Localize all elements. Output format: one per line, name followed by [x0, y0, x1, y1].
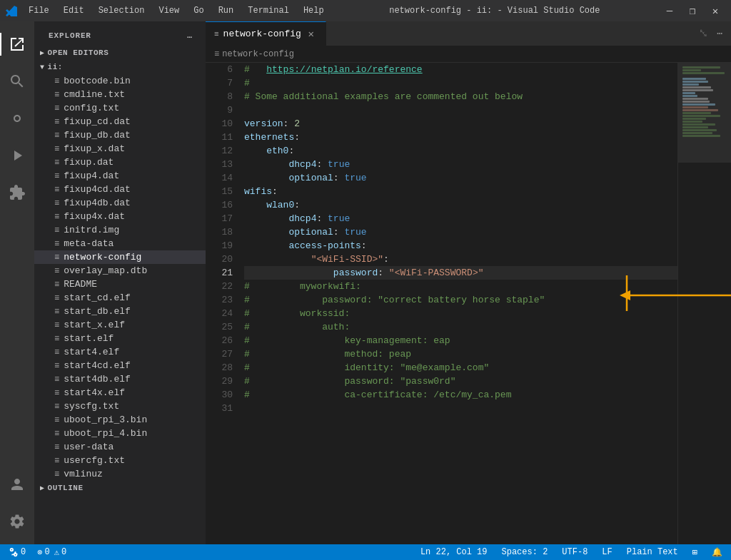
- line-num-9: 9: [211, 103, 233, 117]
- file-readme[interactable]: ≡README: [34, 278, 206, 291]
- file-fixup4x[interactable]: ≡fixup4x.dat: [34, 210, 206, 223]
- file-icon: ≡: [54, 171, 59, 181]
- code-line-19: access-points:: [244, 239, 677, 253]
- explorer-activity-icon[interactable]: [0, 27, 34, 61]
- search-activity-icon[interactable]: [0, 64, 34, 98]
- close-button[interactable]: ✕: [705, 4, 725, 18]
- file-start[interactable]: ≡start.elf: [34, 332, 206, 345]
- file-start4[interactable]: ≡start4.elf: [34, 345, 206, 359]
- file-icon: ≡: [54, 429, 59, 439]
- file-uboot4[interactable]: ≡uboot_rpi_4.bin: [34, 427, 206, 440]
- file-meta-data[interactable]: ≡meta-data: [34, 237, 206, 250]
- indentation[interactable]: Spaces: 2: [499, 544, 551, 560]
- file-fixup-x[interactable]: ≡fixup_x.dat: [34, 142, 206, 156]
- code-line-31: [244, 402, 677, 415]
- menu-file[interactable]: File: [23, 4, 55, 17]
- file-fixup-db[interactable]: ≡fixup_db.dat: [34, 128, 206, 142]
- encoding[interactable]: UTF-8: [559, 544, 590, 560]
- file-start-db[interactable]: ≡start_db.elf: [34, 305, 206, 318]
- code-line-16: wlan0:: [244, 198, 677, 212]
- file-icon: ≡: [54, 280, 59, 290]
- file-usercfg[interactable]: ≡usercfg.txt: [34, 454, 206, 467]
- source-control-activity-icon[interactable]: [0, 101, 34, 136]
- line-ending[interactable]: LF: [599, 544, 615, 560]
- menu-selection[interactable]: Selection: [93, 4, 151, 17]
- cursor-position[interactable]: Ln 22, Col 19: [418, 544, 490, 560]
- sidebar-content[interactable]: ▶ OPEN EDITORS ▼ ii: ≡bootcode.bin ≡cmdl…: [34, 46, 206, 544]
- code-editor[interactable]: 6 7 8 9 10 11 12 13 14 15 16 17 18 19 20…: [206, 63, 731, 544]
- settings-activity-icon[interactable]: [0, 504, 34, 539]
- line-num-15: 15: [211, 185, 233, 198]
- file-fixup4cd[interactable]: ≡fixup4cd.dat: [34, 183, 206, 196]
- file-start-x[interactable]: ≡start_x.elf: [34, 318, 206, 332]
- file-vmlinuz[interactable]: ≡vmlinuz: [34, 467, 206, 481]
- run-debug-activity-icon[interactable]: [0, 138, 34, 173]
- file-config[interactable]: ≡config.txt: [34, 101, 206, 115]
- file-start4db[interactable]: ≡start4db.elf: [34, 372, 206, 386]
- restore-button[interactable]: ❒: [682, 4, 702, 18]
- file-start4x[interactable]: ≡start4x.elf: [34, 386, 206, 399]
- open-editors-section[interactable]: ▶ OPEN EDITORS: [34, 46, 206, 60]
- file-tree-section[interactable]: ▼ ii:: [34, 60, 206, 74]
- file-overlay-map[interactable]: ≡overlay_map.dtb: [34, 264, 206, 278]
- line-num-20: 20: [211, 253, 233, 266]
- file-bootcode[interactable]: ≡bootcode.bin: [34, 74, 206, 88]
- file-icon: ≡: [54, 307, 59, 317]
- code-content[interactable]: # https://netplan.io/reference # # Some …: [241, 63, 677, 544]
- split-editor-button[interactable]: ␖: [697, 26, 710, 42]
- code-line-30: # ca-certificate: /etc/my_ca.pem: [244, 388, 677, 402]
- file-fixup4[interactable]: ≡fixup4.dat: [34, 169, 206, 183]
- source-control-status[interactable]: 0: [6, 544, 29, 560]
- warning-count-label: 0: [61, 547, 66, 557]
- menu-run[interactable]: Run: [213, 4, 240, 17]
- file-user-data[interactable]: ≡user-data: [34, 440, 206, 454]
- file-icon: ≡: [54, 320, 59, 330]
- code-line-13: dhcp4: true: [244, 158, 677, 171]
- tab-network-config[interactable]: ≡ network-config ✕: [206, 21, 326, 46]
- file-start-cd[interactable]: ≡start_cd.elf: [34, 291, 206, 305]
- error-count[interactable]: ⊗ 0 ⚠ 0: [34, 544, 69, 560]
- notifications-button[interactable]: 🔔: [709, 544, 725, 560]
- code-line-17: dhcp4: true: [244, 212, 677, 225]
- file-network-config[interactable]: ≡network-config: [34, 250, 206, 264]
- title-bar: File Edit Selection View Go Run Terminal…: [0, 0, 731, 21]
- minimize-button[interactable]: —: [660, 4, 680, 18]
- code-line-28: # identity: "me@example.com": [244, 361, 677, 375]
- outline-section[interactable]: ▶ OUTLINE: [34, 481, 206, 495]
- more-actions-button[interactable]: ⋯: [714, 25, 725, 42]
- minimap[interactable]: [677, 63, 731, 544]
- file-uboot3[interactable]: ≡uboot_rpi_3.bin: [34, 413, 206, 427]
- layout-button[interactable]: ⊞: [690, 544, 700, 560]
- line-num-18: 18: [211, 225, 233, 239]
- outline-label: OUTLINE: [48, 484, 84, 492]
- file-cmdline[interactable]: ≡cmdline.txt: [34, 88, 206, 101]
- file-start4cd[interactable]: ≡start4cd.elf: [34, 359, 206, 372]
- extensions-activity-icon[interactable]: [0, 175, 34, 210]
- menu-help[interactable]: Help: [298, 4, 330, 17]
- menu-edit[interactable]: Edit: [58, 4, 90, 17]
- encoding-label: UTF-8: [562, 547, 588, 557]
- file-icon: ≡: [54, 131, 59, 141]
- code-line-29: # password: "passw0rd": [244, 375, 677, 388]
- menu-view[interactable]: View: [153, 4, 185, 17]
- file-fixup[interactable]: ≡fixup.dat: [34, 156, 206, 169]
- file-initrd[interactable]: ≡initrd.img: [34, 223, 206, 237]
- file-icon: ≡: [54, 442, 59, 452]
- line-num-29: 29: [211, 375, 233, 388]
- line-num-21: 21: [211, 266, 233, 280]
- sidebar-title: EXPLORER: [49, 31, 91, 40]
- activity-bar-bottom: [0, 467, 34, 544]
- tab-close-button[interactable]: ✕: [306, 29, 317, 40]
- menu-go[interactable]: Go: [188, 4, 209, 17]
- sidebar-new-file-button[interactable]: …: [183, 29, 197, 43]
- line-ending-label: LF: [602, 547, 612, 557]
- line-num-26: 26: [211, 334, 233, 347]
- file-fixup-cd[interactable]: ≡fixup_cd.dat: [34, 115, 206, 128]
- status-bar-right: Ln 22, Col 19 Spaces: 2 UTF-8 LF Plain T…: [418, 544, 725, 560]
- menu-terminal[interactable]: Terminal: [242, 4, 295, 17]
- account-activity-icon[interactable]: [0, 467, 34, 502]
- sidebar-header: EXPLORER …: [34, 21, 206, 46]
- file-fixup4db[interactable]: ≡fixup4db.dat: [34, 196, 206, 210]
- file-syscfg[interactable]: ≡syscfg.txt: [34, 399, 206, 413]
- language-mode[interactable]: Plain Text: [624, 544, 681, 560]
